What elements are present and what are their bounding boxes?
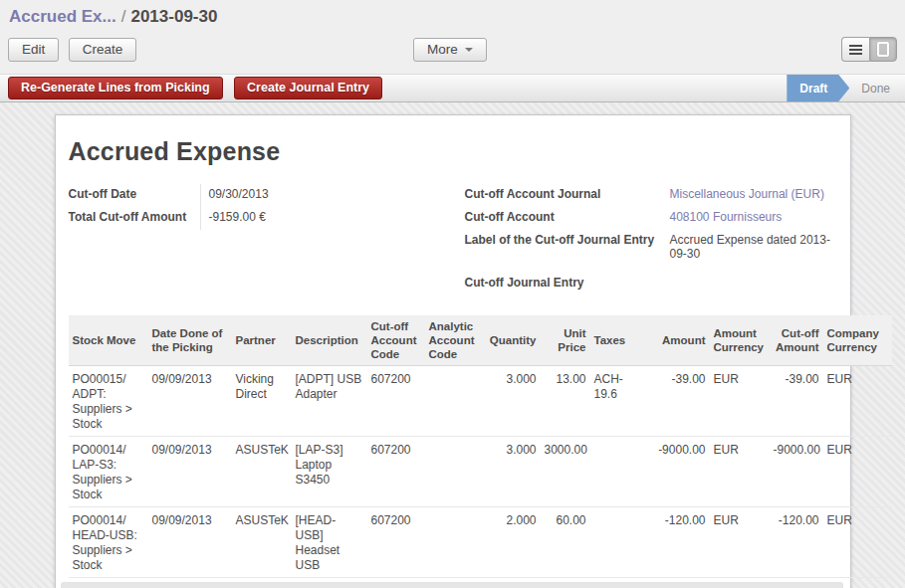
field-cutoff-journal-entry: Cut-off Journal Entry bbox=[465, 273, 837, 295]
field-total-cutoff-amount: Total Cut-off Amount -9159.00 € bbox=[69, 207, 453, 230]
edit-button[interactable]: Edit bbox=[8, 38, 59, 62]
table-cell: -9000.00 bbox=[770, 437, 823, 507]
table-cell: 3.000 bbox=[483, 437, 541, 507]
page-title: Accrued Expense bbox=[69, 137, 837, 166]
table-cell: EUR bbox=[710, 437, 770, 507]
table-cell: 607200 bbox=[367, 507, 425, 578]
table-cell: -120.00 bbox=[770, 507, 823, 578]
status-draft: Draft bbox=[787, 75, 849, 101]
form-view-button[interactable] bbox=[869, 37, 897, 62]
field-value-link[interactable]: Miscellaneous Journal (EUR) bbox=[662, 184, 837, 207]
table-cell bbox=[425, 437, 483, 507]
column-header[interactable]: Partner bbox=[232, 315, 292, 366]
list-icon bbox=[849, 43, 862, 57]
field-label: Cut-off Date bbox=[69, 184, 200, 207]
column-header[interactable]: Unit Price bbox=[541, 315, 590, 366]
field-label: Label of the Cut-off Journal Entry bbox=[465, 230, 662, 261]
status-done: Done bbox=[861, 82, 905, 96]
field-group-right: Cut-off Account Journal Miscellaneous Jo… bbox=[465, 184, 837, 295]
horizontal-scrollbar[interactable] bbox=[61, 582, 843, 588]
table-cell: 607200 bbox=[367, 366, 425, 437]
column-header[interactable]: Analytic Account Code bbox=[425, 315, 483, 366]
content-area: Accrued Expense Cut-off Date 09/30/2013 … bbox=[0, 102, 905, 588]
table-cell: EUR bbox=[823, 437, 892, 507]
field-value: 09/30/2013 bbox=[200, 184, 453, 207]
view-switcher bbox=[841, 37, 897, 62]
table-cell: 13.00 bbox=[541, 366, 590, 437]
breadcrumb-current: 2013-09-30 bbox=[130, 7, 217, 26]
form-sheet: Accrued Expense Cut-off Date 09/30/2013 … bbox=[55, 114, 851, 588]
cutoff-lines-table-wrap: Stock MoveDate Done of the PickingPartne… bbox=[69, 315, 892, 578]
top-bar: Accrued Ex.../2013-09-30 Edit Create Mor… bbox=[0, 0, 905, 74]
field-value-link[interactable]: 408100 Fournisseurs bbox=[662, 207, 837, 230]
regenerate-lines-button[interactable]: Re-Generate Lines from Picking bbox=[8, 77, 223, 99]
table-row[interactable]: PO00015/ ADPT: Suppliers > Stock09/09/20… bbox=[69, 366, 892, 437]
column-header[interactable]: Amount bbox=[650, 315, 710, 366]
table-cell: 09/09/2013 bbox=[148, 507, 232, 578]
column-header[interactable]: Company Currency bbox=[823, 315, 892, 366]
table-cell: -39.00 bbox=[770, 366, 823, 437]
field-label: Cut-off Journal Entry bbox=[465, 273, 662, 295]
field-cutoff-account-journal: Cut-off Account Journal Miscellaneous Jo… bbox=[465, 184, 837, 207]
breadcrumb-separator: / bbox=[116, 7, 131, 26]
table-cell: 3000.00 bbox=[541, 437, 590, 507]
form-icon bbox=[877, 42, 889, 57]
table-cell: [HEAD-USB] Headset USB bbox=[292, 507, 367, 578]
table-cell: EUR bbox=[823, 507, 892, 578]
column-header[interactable]: Quantity bbox=[483, 315, 541, 366]
table-cell: -120.00 bbox=[650, 507, 710, 578]
table-cell: 09/09/2013 bbox=[148, 437, 232, 507]
column-header[interactable]: Taxes bbox=[590, 315, 650, 366]
table-cell: ASUSTeK bbox=[232, 507, 292, 578]
statusbar: Draft Done bbox=[787, 75, 905, 101]
table-cell: 607200 bbox=[367, 437, 425, 507]
field-journal-entry-label: Label of the Cut-off Journal Entry Accru… bbox=[465, 230, 837, 261]
app-window: Accrued Ex.../2013-09-30 Edit Create Mor… bbox=[0, 0, 905, 588]
table-cell: 09/09/2013 bbox=[148, 366, 232, 437]
column-header[interactable]: Date Done of the Picking bbox=[148, 315, 232, 366]
table-cell: -9000.00 bbox=[650, 437, 710, 507]
more-button-label: More bbox=[427, 42, 458, 57]
field-cutoff-account: Cut-off Account 408100 Fournisseurs bbox=[465, 207, 837, 230]
column-header[interactable]: Stock Move bbox=[69, 315, 148, 366]
table-cell: [ADPT] USB Adapter bbox=[292, 366, 367, 437]
field-groups: Cut-off Date 09/30/2013 Total Cut-off Am… bbox=[69, 184, 837, 295]
table-cell: 2.000 bbox=[483, 507, 541, 578]
table-cell bbox=[590, 437, 650, 507]
table-cell: PO00014/ LAP-S3: Suppliers > Stock bbox=[69, 437, 148, 507]
field-label: Total Cut-off Amount bbox=[69, 207, 200, 230]
column-header[interactable]: Description bbox=[292, 315, 367, 366]
table-cell: 60.00 bbox=[541, 507, 590, 578]
field-label: Cut-off Account bbox=[465, 207, 662, 230]
table-cell: 3.000 bbox=[483, 366, 541, 437]
table-cell: EUR bbox=[710, 366, 770, 437]
field-value bbox=[662, 273, 837, 295]
cutoff-lines-table: Stock MoveDate Done of the PickingPartne… bbox=[69, 315, 892, 578]
column-header[interactable]: Cut-off Amount bbox=[770, 315, 823, 366]
create-journal-entry-button[interactable]: Create Journal Entry bbox=[234, 77, 382, 99]
more-button[interactable]: More bbox=[413, 38, 487, 62]
table-header-row: Stock MoveDate Done of the PickingPartne… bbox=[69, 315, 892, 366]
field-value: -9159.00 € bbox=[200, 207, 453, 230]
table-row[interactable]: PO00014/ LAP-S3: Suppliers > Stock09/09/… bbox=[69, 437, 892, 507]
breadcrumb-parent[interactable]: Accrued Ex... bbox=[9, 7, 116, 26]
table-cell: PO00014/ HEAD-USB: Suppliers > Stock bbox=[69, 507, 148, 578]
table-cell bbox=[590, 507, 650, 578]
column-header[interactable]: Cut-off Account Code bbox=[367, 315, 425, 366]
status-band: Re-Generate Lines from Picking Create Jo… bbox=[0, 74, 905, 102]
table-cell: Vicking Direct bbox=[232, 366, 292, 437]
toolbar: Edit Create More bbox=[8, 37, 897, 62]
table-row[interactable]: PO00014/ HEAD-USB: Suppliers > Stock09/0… bbox=[69, 507, 892, 578]
table-cell bbox=[425, 366, 483, 437]
table-cell: ACH-19.6 bbox=[590, 366, 650, 437]
chevron-down-icon bbox=[465, 48, 473, 56]
create-button[interactable]: Create bbox=[69, 38, 137, 62]
field-value: Accrued Expense dated 2013-09-30 bbox=[662, 230, 837, 261]
table-cell: [LAP-S3] Laptop S3450 bbox=[292, 437, 367, 507]
table-cell: ASUSTeK bbox=[232, 437, 292, 507]
list-view-button[interactable] bbox=[841, 37, 869, 62]
table-cell bbox=[425, 507, 483, 578]
field-label: Cut-off Account Journal bbox=[465, 184, 662, 207]
table-cell: -39.00 bbox=[650, 366, 710, 437]
column-header[interactable]: Amount Currency bbox=[710, 315, 770, 366]
